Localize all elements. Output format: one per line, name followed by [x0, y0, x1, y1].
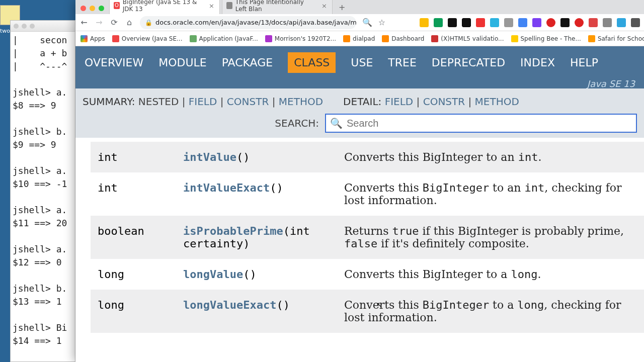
tab-title: This Page Intentionally Left Blan [235, 0, 316, 13]
search-input[interactable] [347, 118, 632, 129]
summary-constr[interactable]: CONSTR [227, 96, 269, 108]
method-signature: intValueExact() [176, 172, 337, 216]
nav-overview[interactable]: OVERVIEW [85, 56, 143, 69]
ext-icon[interactable] [589, 18, 598, 27]
method-link[interactable]: intValue [183, 151, 236, 163]
nav-package[interactable]: PACKAGE [222, 56, 273, 69]
tab-biginteger[interactable]: O BigInteger (Java SE 13 & JDK 13 × [109, 0, 220, 14]
bookmark-item[interactable]: Dashboard [382, 35, 424, 42]
summary-field[interactable]: FIELD [189, 96, 217, 108]
nav-module[interactable]: MODULE [158, 56, 207, 69]
method-description: Converts this BigInteger to an int. [337, 142, 644, 172]
bookmark-icon [112, 35, 119, 42]
detail-group: DETAIL: FIELD | CONSTR | METHOD [343, 96, 519, 108]
summary-method[interactable]: METHOD [279, 96, 323, 108]
bookmark-item[interactable]: Spelling Bee - The... [511, 35, 581, 42]
method-signature: longValueExact() [176, 290, 337, 333]
method-signature: longValue() [176, 259, 337, 290]
nav-index[interactable]: INDEX [520, 56, 555, 69]
bookmark-icon [431, 35, 438, 42]
bookmark-item[interactable]: (X)HTML5 validatio... [431, 35, 504, 42]
bookmark-item[interactable]: Application (JavaF... [190, 35, 258, 42]
star-icon[interactable]: ☆ [377, 18, 386, 27]
bookmark-item[interactable]: Morrison's 1920T2... [265, 35, 336, 42]
ext-icon[interactable] [603, 18, 612, 27]
forward-icon[interactable]: → [95, 18, 104, 27]
detail-constr[interactable]: CONSTR [423, 96, 465, 108]
home-icon[interactable]: ⌂ [125, 18, 134, 27]
method-row: longlongValueExact()Converts this BigInt… [91, 290, 644, 333]
method-link[interactable]: isProbablePrime [183, 225, 283, 237]
bookmark-icon [265, 35, 272, 42]
favicon-icon [226, 2, 232, 9]
ext-icon[interactable] [448, 18, 457, 27]
search-label: SEARCH: [275, 117, 319, 129]
ext-icon[interactable] [518, 18, 527, 27]
url-field[interactable]: 🔒 docs.oracle.com/en/java/javase/13/docs… [140, 16, 356, 29]
search-icon: 🔍 [330, 117, 343, 129]
back-icon[interactable]: ← [79, 18, 89, 27]
method-row: intintValue()Converts this BigInteger to… [91, 142, 644, 172]
method-row: longlongValue()Converts this BigInteger … [91, 259, 644, 290]
method-description: Converts this BigInteger to an int, chec… [337, 172, 644, 216]
minimize-icon[interactable] [90, 6, 95, 11]
method-summary[interactable]: intintValue()Converts this BigInteger to… [75, 138, 644, 362]
bookmark-item[interactable]: dialpad [343, 35, 375, 42]
search-in-page-icon[interactable]: 🔍 [362, 18, 371, 27]
ext-icon[interactable] [462, 18, 471, 27]
new-tab-button[interactable]: + [335, 3, 349, 14]
tab-blank[interactable]: This Page Intentionally Left Blan × [222, 0, 333, 14]
method-link[interactable]: longValueExact [183, 299, 276, 311]
bookmark-icon [343, 35, 350, 42]
lock-icon: 🔒 [145, 19, 152, 26]
method-args: () [236, 151, 250, 163]
ext-icon[interactable] [617, 18, 626, 27]
nav-help[interactable]: HELP [570, 56, 598, 69]
window-controls [75, 6, 109, 14]
ext-icon[interactable] [504, 18, 513, 27]
maximize-icon[interactable] [99, 6, 104, 11]
bookmark-item[interactable]: Safari for Schools:... [588, 35, 644, 42]
close-tab-icon[interactable]: × [209, 2, 214, 10]
bookmarks-bar: Apps Overview (Java SE... Application (J… [75, 31, 644, 46]
return-type: long [91, 259, 176, 290]
ext-icon[interactable] [560, 18, 570, 27]
ext-icon[interactable] [476, 18, 485, 27]
nav-deprecated[interactable]: DEPRECATED [432, 56, 505, 69]
method-args: () [270, 182, 283, 194]
desktop-file-label: two [0, 28, 10, 34]
method-table: intintValue()Converts this BigInteger to… [91, 142, 644, 333]
ext-icon[interactable] [575, 18, 584, 27]
method-row: booleanisProbablePrime​(int certainty)Re… [91, 216, 644, 259]
apps-icon [80, 35, 88, 42]
search-box[interactable]: 🔍 [325, 114, 637, 133]
nav-class[interactable]: CLASS [288, 52, 336, 73]
terminal-output[interactable]: | secon | a + b | ^---^ jshell> a. $8 ==… [11, 32, 75, 349]
reload-icon[interactable]: ⟳ [110, 18, 119, 27]
javadoc-nav: OVERVIEW MODULE PACKAGE CLASS USE TREE D… [75, 46, 644, 78]
bookmark-apps[interactable]: Apps [80, 35, 105, 42]
ext-icon[interactable] [434, 18, 443, 27]
close-tab-icon[interactable]: × [321, 2, 327, 10]
ext-icon[interactable] [490, 18, 499, 27]
bookmark-item[interactable]: Overview (Java SE... [112, 35, 183, 42]
nav-use[interactable]: USE [351, 56, 373, 69]
detail-method[interactable]: METHOD [475, 96, 519, 108]
method-signature: isProbablePrime​(int certainty) [176, 216, 337, 259]
close-icon[interactable] [80, 6, 86, 11]
ext-icon[interactable] [631, 18, 640, 27]
detail-field[interactable]: FIELD [385, 96, 414, 108]
method-link[interactable]: longValue [183, 268, 243, 281]
nav-tree[interactable]: TREE [388, 56, 417, 69]
terminal-window: | secon | a + b | ^---^ jshell> a. $8 ==… [10, 20, 75, 362]
ext-icon[interactable] [420, 18, 429, 27]
tab-title: BigInteger (Java SE 13 & JDK 13 [123, 0, 204, 13]
method-link[interactable]: intValueExact [183, 182, 270, 194]
method-signature: intValue() [176, 142, 337, 172]
ext-icon[interactable] [546, 18, 555, 27]
bookmark-icon [190, 35, 197, 42]
summary-label: SUMMARY: [83, 96, 135, 108]
terminal-titlebar[interactable] [11, 21, 75, 32]
ext-icon[interactable] [532, 18, 541, 27]
javadoc-page: OVERVIEW MODULE PACKAGE CLASS USE TREE D… [75, 46, 644, 362]
